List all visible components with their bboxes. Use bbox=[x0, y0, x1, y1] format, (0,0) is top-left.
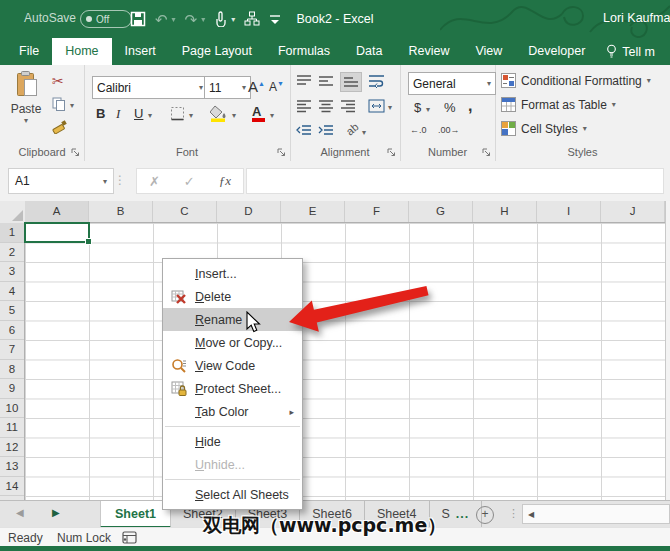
horizontal-scrollbar[interactable]: ◀ bbox=[522, 504, 670, 524]
bottom-align-icon[interactable] bbox=[340, 72, 362, 92]
vertical-scrollbar[interactable] bbox=[665, 201, 670, 500]
row-header-8[interactable]: 8 bbox=[0, 360, 24, 380]
fill-color-dropdown-icon[interactable]: ▾ bbox=[232, 111, 236, 120]
top-align-icon[interactable] bbox=[296, 74, 312, 88]
font-dialog-launcher-icon[interactable] bbox=[277, 148, 286, 157]
tab-formulas[interactable]: Formulas bbox=[265, 38, 343, 65]
column-header-G[interactable]: G bbox=[409, 201, 473, 222]
menu-item-hide[interactable]: Hide bbox=[163, 430, 302, 453]
font-name-select[interactable]: Calibri ▾ bbox=[92, 76, 208, 99]
column-header-J[interactable]: J bbox=[601, 201, 665, 222]
wrap-text-icon[interactable] bbox=[368, 74, 385, 88]
percent-format-button[interactable]: % bbox=[444, 100, 456, 115]
row-header-7[interactable]: 7 bbox=[0, 340, 24, 360]
selected-cell-a1[interactable] bbox=[24, 222, 90, 243]
insert-function-icon[interactable]: ƒx bbox=[219, 173, 231, 189]
tab-review[interactable]: Review bbox=[395, 38, 462, 65]
tab-developer[interactable]: Developer bbox=[515, 38, 598, 65]
copy-icon[interactable] bbox=[52, 97, 66, 111]
tab-file[interactable]: File bbox=[6, 38, 52, 65]
fill-handle[interactable] bbox=[85, 238, 92, 245]
menu-item-tab-color[interactable]: Tab Color ▸ bbox=[163, 400, 302, 423]
comma-format-button[interactable]: , bbox=[468, 97, 472, 115]
decrease-font-size-button[interactable]: A▼ bbox=[269, 80, 284, 94]
row-header-12[interactable]: 12 bbox=[0, 438, 24, 458]
tab-home[interactable]: Home bbox=[52, 38, 111, 65]
number-dialog-launcher-icon[interactable] bbox=[482, 148, 491, 157]
orientation-icon[interactable]: ab bbox=[344, 120, 361, 137]
column-header-I[interactable]: I bbox=[537, 201, 601, 222]
menu-item-protect-sheet[interactable]: Protect Sheet... bbox=[163, 377, 302, 400]
tab-data[interactable]: Data bbox=[343, 38, 395, 65]
font-size-select[interactable]: 11 ▾ bbox=[204, 76, 251, 99]
conditional-formatting-button[interactable]: Conditional Formatting ▾ bbox=[501, 73, 651, 88]
cell-styles-button[interactable]: Cell Styles ▾ bbox=[501, 121, 587, 136]
menu-item-select-all-sheets[interactable]: Select All Sheets bbox=[163, 483, 302, 506]
align-right-icon[interactable] bbox=[340, 99, 356, 113]
align-center-icon[interactable] bbox=[318, 99, 334, 113]
column-header-C[interactable]: C bbox=[153, 201, 217, 222]
tab-view[interactable]: View bbox=[462, 38, 515, 65]
column-header-B[interactable]: B bbox=[89, 201, 153, 222]
format-as-table-button[interactable]: Format as Table ▾ bbox=[501, 97, 616, 112]
tabbar-splitter[interactable]: ⋮ bbox=[508, 507, 519, 520]
row-header-10[interactable]: 10 bbox=[0, 399, 24, 419]
row-header-3[interactable]: 3 bbox=[0, 262, 24, 282]
orientation-dropdown-icon[interactable]: ▾ bbox=[362, 128, 366, 137]
column-header-A[interactable]: A bbox=[25, 201, 89, 222]
select-all-corner[interactable] bbox=[0, 201, 26, 224]
row-header-13[interactable]: 13 bbox=[0, 457, 24, 477]
row-header-11[interactable]: 11 bbox=[0, 418, 24, 438]
formula-bar-splitter[interactable]: ⋮ bbox=[114, 173, 126, 187]
merge-center-icon[interactable] bbox=[368, 99, 385, 113]
row-header-2[interactable]: 2 bbox=[0, 243, 24, 263]
cut-icon[interactable]: ✂ bbox=[52, 73, 64, 89]
borders-dropdown-icon[interactable]: ▾ bbox=[189, 111, 193, 120]
borders-icon[interactable] bbox=[170, 106, 185, 121]
number-format-select[interactable]: General ▾ bbox=[408, 72, 496, 95]
underline-button[interactable]: U bbox=[134, 106, 143, 121]
increase-font-size-button[interactable]: A▲ bbox=[248, 78, 265, 95]
column-header-F[interactable]: F bbox=[345, 201, 409, 222]
row-header-6[interactable]: 6 bbox=[0, 321, 24, 341]
italic-button[interactable]: I bbox=[116, 106, 120, 122]
tab-page-layout[interactable]: Page Layout bbox=[169, 38, 265, 65]
cancel-icon[interactable]: ✗ bbox=[149, 174, 160, 189]
name-box[interactable]: A1 ▾ bbox=[8, 168, 114, 194]
sheet-tab-sheet1[interactable]: Sheet1 bbox=[100, 501, 171, 528]
clipboard-dialog-launcher-icon[interactable] bbox=[71, 148, 80, 157]
middle-align-icon[interactable] bbox=[318, 74, 334, 88]
font-color-dropdown-icon[interactable]: ▾ bbox=[270, 111, 274, 120]
alignment-dialog-launcher-icon[interactable] bbox=[387, 148, 396, 157]
increase-indent-icon[interactable] bbox=[318, 124, 334, 138]
enter-icon[interactable]: ✓ bbox=[184, 174, 195, 189]
row-header-5[interactable]: 5 bbox=[0, 301, 24, 321]
row-header-14[interactable]: 14 bbox=[0, 477, 24, 497]
row-header-9[interactable]: 9 bbox=[0, 379, 24, 399]
format-painter-icon[interactable] bbox=[52, 119, 67, 134]
decrease-indent-icon[interactable] bbox=[296, 124, 312, 138]
menu-item-view-code[interactable]: View Code bbox=[163, 354, 302, 377]
bold-button[interactable]: B bbox=[96, 106, 105, 121]
decrease-decimal-icon[interactable]: .00→ bbox=[438, 125, 460, 135]
currency-format-button[interactable]: $ bbox=[414, 100, 421, 115]
prev-sheet-icon[interactable]: ◀ bbox=[16, 507, 24, 518]
row-header-1[interactable]: 1 bbox=[0, 223, 24, 243]
fill-color-icon[interactable] bbox=[210, 105, 228, 122]
increase-decimal-icon[interactable]: ←.0 bbox=[410, 125, 427, 135]
formula-input[interactable] bbox=[246, 168, 664, 194]
user-name[interactable]: Lori Kaufman bbox=[603, 11, 670, 25]
paste-dropdown-icon[interactable]: ▾ bbox=[6, 116, 46, 125]
paste-button[interactable]: Paste ▾ bbox=[6, 71, 46, 125]
new-sheet-button[interactable]: + bbox=[476, 506, 494, 524]
align-left-icon[interactable] bbox=[296, 99, 312, 113]
currency-dropdown-icon[interactable]: ▾ bbox=[426, 105, 430, 114]
tab-insert[interactable]: Insert bbox=[112, 38, 169, 65]
column-header-E[interactable]: E bbox=[281, 201, 345, 222]
macro-record-icon[interactable] bbox=[122, 531, 137, 544]
tab-tell-me[interactable]: Tell m bbox=[598, 38, 663, 65]
column-header-D[interactable]: D bbox=[217, 201, 281, 222]
row-header-4[interactable]: 4 bbox=[0, 282, 24, 302]
scroll-left-icon[interactable]: ◀ bbox=[528, 510, 534, 519]
merge-dropdown-icon[interactable]: ▾ bbox=[388, 103, 392, 112]
